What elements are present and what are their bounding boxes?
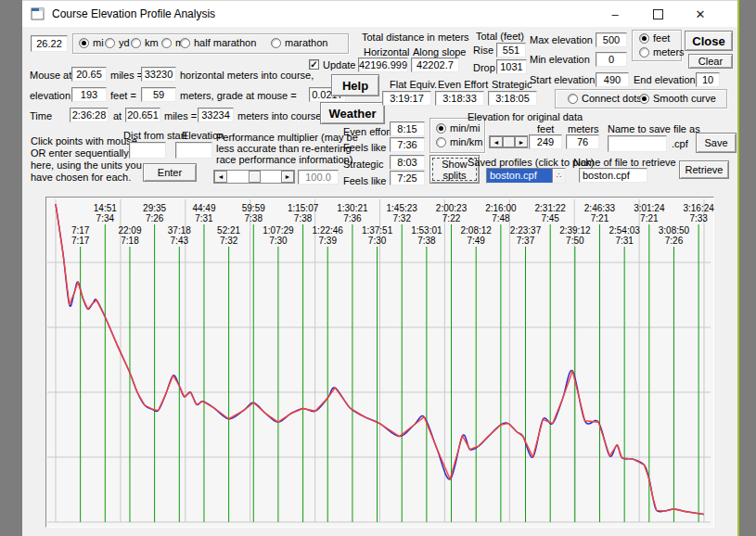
- max-elevation-field[interactable]: 500: [596, 32, 627, 47]
- radio-meters[interactable]: meters: [639, 46, 685, 57]
- drop-label: Drop: [473, 62, 495, 73]
- save-button[interactable]: Save: [696, 133, 737, 153]
- scrollbar-track[interactable]: [261, 171, 282, 183]
- split-time-label: 2:31:22: [534, 203, 566, 213]
- split-pace-label: 7:43: [171, 236, 189, 246]
- mouse-miles-field[interactable]: 20.65: [71, 67, 107, 82]
- time-miles-field[interactable]: 20.651: [125, 108, 160, 122]
- drop-field[interactable]: 1031: [496, 59, 527, 74]
- horizontal-distance-field[interactable]: 42196.999: [358, 57, 408, 72]
- scroll-left-button[interactable]: ◄: [490, 136, 503, 147]
- feet-col-label: feet: [537, 123, 554, 134]
- radio-min-per-mi[interactable]: min/mi: [436, 122, 480, 134]
- saved-profiles-combo[interactable]: boston.cpf ∴: [486, 168, 566, 184]
- start-elevation-field[interactable]: 490: [596, 72, 629, 87]
- original-elevation-label: Elevation for original data: [468, 111, 583, 122]
- split-time-label: 1:07:29: [263, 225, 294, 236]
- max-elevation-label: Max elevation: [530, 34, 593, 45]
- elevation-feet-field[interactable]: 193: [71, 87, 107, 102]
- even-effort-pace-field[interactable]: 8:15: [390, 121, 425, 136]
- radio-dot: [639, 94, 649, 104]
- elevation-chart[interactable]: 7:177:1714:517:3422:097:1829:357:2637:18…: [46, 198, 713, 527]
- radio-label: min/km: [450, 136, 482, 147]
- radio-dot: [436, 123, 446, 134]
- min-elevation-field[interactable]: 0: [596, 52, 627, 67]
- rise-label: Rise: [473, 45, 493, 56]
- split-time-label: 2:00:23: [436, 203, 468, 213]
- maximize-button[interactable]: [638, 1, 677, 27]
- split-pace-label: 7:33: [689, 213, 708, 223]
- original-elevation-meters-field[interactable]: 76: [566, 134, 599, 149]
- show-splits-line: splits: [442, 170, 466, 181]
- elevation-meters-field[interactable]: 59: [141, 87, 176, 102]
- course-length-input[interactable]: 26.22: [31, 35, 68, 52]
- split-time-label: 2:08:12: [461, 225, 493, 236]
- update-checkbox[interactable]: ✓: [309, 59, 319, 70]
- split-time-label: 1:30:21: [337, 203, 368, 213]
- radio-label: marathon: [285, 37, 327, 48]
- feels-like-field-2[interactable]: 7:25: [390, 171, 425, 185]
- scrollbar-thumb[interactable]: [503, 136, 515, 147]
- split-pace-label: 7:32: [392, 213, 411, 223]
- horizontal-label: Horizontal: [364, 46, 410, 57]
- desktop-background: Course Elevation Profile Analysis – ✕ 26…: [0, 0, 756, 536]
- split-time-label: 29:35: [143, 203, 166, 213]
- radio-label: mi: [93, 37, 104, 48]
- radio-unit-mi[interactable]: mi: [79, 37, 104, 48]
- split-pace-label: 7:30: [269, 236, 288, 246]
- original-elevation-feet-field[interactable]: 249: [529, 134, 562, 149]
- close-window-button[interactable]: ✕: [681, 1, 720, 27]
- radio-unit-km[interactable]: km: [131, 37, 159, 48]
- along-slope-distance-field[interactable]: 42202.7: [411, 57, 459, 72]
- dist-from-start-input[interactable]: [129, 142, 166, 159]
- split-time-label: 3:16:24: [683, 203, 714, 213]
- radio-smooth-curve[interactable]: Smooth curve: [639, 93, 716, 104]
- mouse-miles-eq-label: miles =: [110, 70, 143, 81]
- retrieve-button[interactable]: Retrieve: [679, 160, 729, 179]
- min-elevation-label: Min elevation: [530, 54, 590, 65]
- split-time-label: 1:45:23: [387, 203, 418, 213]
- scroll-right-button[interactable]: ►: [515, 136, 528, 147]
- rise-field[interactable]: 551: [496, 43, 526, 57]
- save-file-name-input[interactable]: [608, 135, 667, 152]
- end-elevation-field[interactable]: 10: [696, 72, 720, 87]
- enter-button[interactable]: Enter: [143, 163, 197, 182]
- time-field[interactable]: 2:36:28: [70, 108, 109, 122]
- feels-like-label-1: Feels like: [343, 142, 386, 153]
- original-elevation-scrollbar[interactable]: ◄ ►: [489, 135, 528, 148]
- elevation-entry-input[interactable]: [175, 142, 212, 159]
- flat-equiv-field[interactable]: 3:19:17: [382, 91, 431, 106]
- split-time-label: 2:16:00: [485, 203, 517, 213]
- feels-like-field-1[interactable]: 7:36: [390, 137, 425, 152]
- distance-units-frame: mi yd km m half marathon marathon: [72, 33, 349, 54]
- scroll-left-button[interactable]: ◄: [214, 171, 227, 183]
- radio-unit-marathon[interactable]: marathon: [271, 37, 327, 48]
- retrieve-file-name-input[interactable]: boston.cpf: [579, 168, 647, 183]
- clear-button[interactable]: Clear: [688, 54, 733, 69]
- scroll-right-button[interactable]: ►: [281, 171, 294, 183]
- combo-dropdown-button[interactable]: ∴: [552, 169, 565, 183]
- close-button[interactable]: Close: [685, 31, 733, 51]
- strategic-pace-field[interactable]: 8:03: [390, 155, 425, 170]
- scrollbar-thumb[interactable]: [249, 171, 261, 183]
- even-effort-field[interactable]: 3:18:33: [435, 91, 484, 106]
- radio-min-per-km[interactable]: min/km: [436, 136, 482, 147]
- strategic-field[interactable]: 3:18:05: [488, 91, 537, 106]
- weather-button[interactable]: Weather: [320, 102, 385, 124]
- scrollbar-track[interactable]: [227, 171, 249, 183]
- radio-connect-dots[interactable]: Connect dots: [568, 93, 642, 104]
- time-meters-field[interactable]: 33234: [198, 108, 234, 122]
- app-icon: [31, 7, 45, 21]
- elevation-label: elevation: [30, 90, 70, 101]
- time-miles-eq-label: miles =: [164, 110, 197, 121]
- radio-unit-yd[interactable]: yd: [105, 37, 130, 48]
- minimize-button[interactable]: –: [596, 1, 634, 27]
- help-button[interactable]: Help: [331, 74, 379, 96]
- performance-multiplier-scrollbar[interactable]: ◄ ►: [213, 170, 295, 184]
- save-file-label: Name to save file as: [608, 123, 700, 134]
- draw-mode-frame: Connect dots Smooth curve: [555, 89, 727, 108]
- radio-feet[interactable]: feet: [639, 32, 670, 44]
- radio-unit-half-marathon[interactable]: half marathon: [180, 37, 256, 48]
- mouse-meters-field[interactable]: 33230: [141, 67, 176, 82]
- split-time-label: 14:51: [94, 203, 117, 213]
